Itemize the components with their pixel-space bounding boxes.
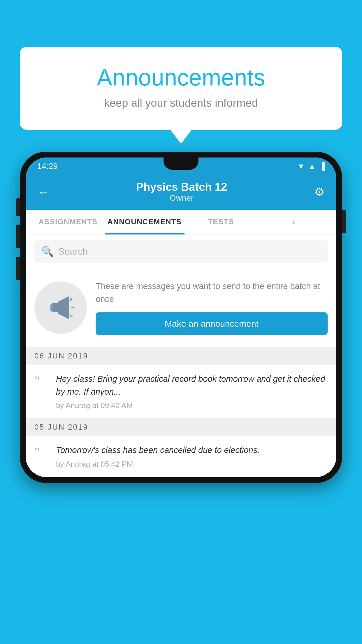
header-title: Physics Batch 12 [136,181,227,193]
search-input[interactable]: Search [58,246,88,257]
announcement-content-2: Tomorrow's class has been cancelled due … [56,444,260,469]
volume-down-button [16,225,20,248]
quote-icon-2: " [34,445,49,460]
make-announcement-button[interactable]: Make an announcement [96,312,328,335]
date-separator-2: 05 JUN 2019 [26,419,336,436]
search-container: 🔍 Search [26,235,336,268]
wifi-icon: ▼ [297,162,305,171]
status-icons: ▼ ▲ ▐ [297,162,325,171]
phone-wrapper: 14:29 ▼ ▲ ▐ ← Physics Batch 12 Owner ⚙ [20,152,342,483]
announcement-content-1: Hey class! Bring your practical record b… [56,373,328,410]
tab-tests[interactable]: TESTS [184,210,258,234]
speech-bubble-wrapper: Announcements keep all your students inf… [20,47,342,130]
phone-screen: 14:29 ▼ ▲ ▐ ← Physics Batch 12 Owner ⚙ [26,158,336,477]
status-bar: 14:29 ▼ ▲ ▐ [26,158,336,175]
tabs-bar: ASSIGNMENTS ANNOUNCEMENTS TESTS › [26,210,336,235]
power-button [342,210,346,233]
svg-marker-1 [58,296,69,319]
announcement-text-1: Hey class! Bring your practical record b… [56,373,328,398]
tab-more[interactable]: › [257,210,331,234]
bubble-subtitle: keep all your students informed [43,97,319,109]
bubble-title: Announcements [43,64,319,91]
quote-icon-1: " [34,374,49,388]
tab-announcements[interactable]: ANNOUNCEMENTS [105,210,184,234]
announcement-meta-2: by Anurag at 05:42 PM [56,460,260,469]
silent-button [16,257,20,280]
promo-icon-circle [34,281,87,334]
date-separator-1: 06 JUN 2019 [26,347,336,365]
announcement-item-2[interactable]: " Tomorrow's class has been cancelled du… [26,436,336,477]
speech-bubble: Announcements keep all your students inf… [20,47,342,130]
battery-icon: ▐ [319,162,325,171]
svg-line-5 [70,315,72,317]
settings-button[interactable]: ⚙ [314,185,325,199]
status-time: 14:29 [37,162,58,171]
svg-rect-2 [50,304,53,311]
announcement-item-1[interactable]: " Hey class! Bring your practical record… [26,365,336,419]
phone-frame: 14:29 ▼ ▲ ▐ ← Physics Batch 12 Owner ⚙ [20,152,342,483]
svg-line-3 [70,298,72,300]
search-bar[interactable]: 🔍 Search [34,240,328,262]
app-header: ← Physics Batch 12 Owner ⚙ [26,175,336,210]
signal-icon: ▲ [308,162,316,171]
announcement-meta-1: by Anurag at 09:42 AM [56,401,328,410]
promo-description: These are messages you want to send to t… [96,280,328,305]
header-center: Physics Batch 12 Owner [136,181,227,203]
search-icon: 🔍 [41,246,54,257]
promo-section: These are messages you want to send to t… [26,268,336,347]
megaphone-icon [46,293,75,322]
tab-assignments[interactable]: ASSIGNMENTS [31,210,105,234]
back-button[interactable]: ← [37,185,49,198]
announcement-text-2: Tomorrow's class has been cancelled due … [56,444,260,457]
volume-up-button [16,198,20,216]
phone-notch [164,158,198,170]
header-subtitle: Owner [136,193,227,203]
promo-content: These are messages you want to send to t… [96,280,328,335]
